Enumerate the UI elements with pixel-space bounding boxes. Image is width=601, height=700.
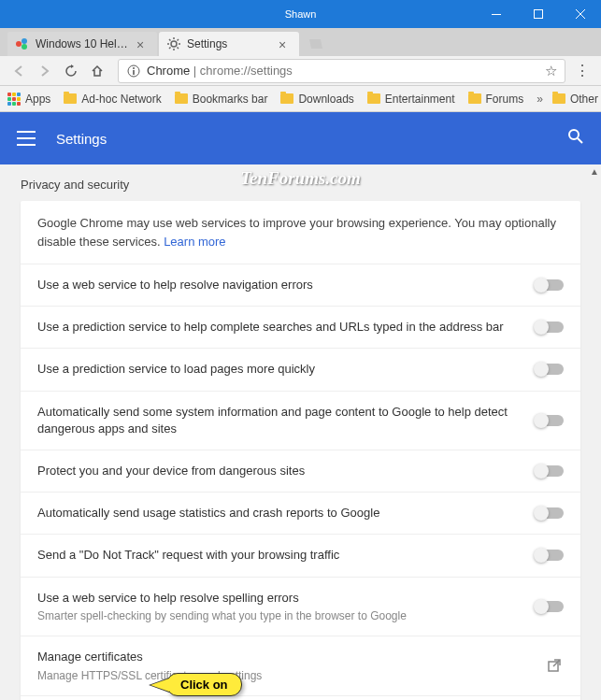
toggle-switch[interactable]: [536, 364, 564, 375]
search-icon: [567, 128, 584, 145]
tab-title: Windows 10 Help Forum…: [36, 37, 133, 50]
settings-row[interactable]: Content settingsControl what information…: [21, 696, 580, 700]
row-title: Use a web service to help resolve naviga…: [37, 277, 524, 293]
row-title: Use a web service to help resolve spelli…: [37, 590, 524, 607]
bookmark-folder[interactable]: Bookmarks bar: [175, 93, 268, 106]
bookmarks-overflow-button[interactable]: »: [537, 93, 543, 106]
svg-point-17: [569, 130, 579, 139]
row-title: Automatically send some system informati…: [37, 404, 524, 437]
svg-line-10: [169, 39, 171, 41]
tenforums-favicon-icon: [15, 36, 30, 51]
row-text: Automatically send some system informati…: [37, 404, 536, 437]
url-path: | chrome://settings: [190, 64, 293, 78]
forward-button[interactable]: [34, 60, 56, 82]
gear-icon: [166, 36, 181, 51]
svg-rect-16: [133, 70, 135, 75]
toggle-switch[interactable]: [536, 601, 564, 612]
settings-row: Protect you and your device from dangero…: [21, 450, 580, 493]
settings-search-button[interactable]: [567, 128, 584, 150]
new-tab-button[interactable]: [307, 35, 325, 53]
svg-line-13: [178, 39, 179, 41]
kebab-icon: ⋮: [575, 62, 590, 79]
row-title: Manage certificates: [37, 649, 536, 665]
annotation-callout: Click on: [166, 673, 242, 696]
settings-row: Use a prediction service to help complet…: [21, 307, 580, 349]
svg-rect-0: [492, 14, 501, 15]
row-text: Automatically send usage statistics and …: [37, 505, 536, 521]
menu-button[interactable]: [17, 131, 36, 146]
titlebar-username: Shawn: [285, 8, 317, 20]
intro-text: Google Chrome may use web services to im…: [21, 201, 580, 264]
svg-line-12: [169, 48, 171, 50]
new-tab-icon: [308, 36, 324, 51]
toggle-switch[interactable]: [536, 415, 564, 426]
folder-icon: [367, 93, 380, 104]
settings-row: Send a "Do Not Track" request with your …: [21, 535, 580, 577]
row-title: Use a prediction service to load pages m…: [37, 361, 524, 378]
svg-point-5: [171, 41, 177, 47]
row-text: Protect you and your device from dangero…: [37, 463, 536, 479]
home-icon: [91, 64, 104, 78]
row-title: Protect you and your device from dangero…: [37, 463, 524, 479]
toggle-switch[interactable]: [536, 550, 564, 561]
settings-card: Google Chrome may use web services to im…: [21, 201, 580, 700]
bookmark-star-button[interactable]: ☆: [545, 63, 557, 79]
row-text: Use a prediction service to load pages m…: [37, 361, 536, 378]
window-close-button[interactable]: [559, 0, 601, 28]
tab-close-button[interactable]: ×: [279, 37, 292, 50]
learn-more-link[interactable]: Learn more: [164, 235, 225, 249]
scroll-up-arrow[interactable]: ▲: [590, 166, 599, 177]
back-button[interactable]: [7, 60, 30, 82]
folder-icon: [175, 93, 188, 104]
svg-point-15: [133, 67, 135, 69]
maximize-icon: [534, 9, 543, 19]
svg-point-3: [21, 38, 27, 44]
tab-close-button[interactable]: ×: [136, 37, 150, 50]
tab-inactive[interactable]: Windows 10 Help Forum… ×: [7, 32, 157, 56]
page-content: Settings ▲ TenForums.com Privacy and sec…: [0, 112, 601, 700]
tab-strip: Windows 10 Help Forum… × Settings ×: [0, 28, 601, 56]
apps-grid-icon: [7, 93, 21, 106]
folder-icon: [468, 93, 481, 104]
page-title: Settings: [56, 131, 567, 147]
svg-line-18: [578, 138, 582, 143]
browser-toolbar: Chrome | chrome://settings ☆ ⋮: [0, 56, 601, 86]
apps-shortcut[interactable]: Apps: [7, 93, 50, 106]
svg-rect-1: [534, 10, 542, 19]
bookmark-folder[interactable]: Forums: [468, 93, 524, 106]
bookmark-folder[interactable]: Downloads: [280, 93, 353, 106]
settings-row: Use a web service to help resolve naviga…: [21, 264, 580, 307]
home-button[interactable]: [86, 60, 108, 82]
toggle-switch[interactable]: [536, 507, 564, 519]
row-title: Send a "Do Not Track" request with your …: [37, 547, 524, 564]
toggle-switch[interactable]: [536, 465, 564, 477]
tab-active[interactable]: Settings ×: [159, 32, 299, 56]
row-title: Use a prediction service to help complet…: [37, 319, 524, 336]
close-icon: [576, 9, 585, 19]
folder-icon: [64, 93, 77, 104]
bookmark-folder[interactable]: Ad-hoc Network: [64, 93, 161, 106]
row-text: Send a "Do Not Track" request with your …: [37, 547, 536, 564]
settings-appbar: Settings: [0, 112, 601, 164]
row-text: Use a web service to help resolve naviga…: [37, 277, 536, 293]
browser-menu-button[interactable]: ⋮: [571, 60, 594, 82]
window-maximize-button[interactable]: [517, 0, 559, 28]
window-titlebar: Shawn: [0, 0, 601, 28]
settings-row: Automatically send some system informati…: [21, 392, 580, 450]
external-link-icon: [547, 658, 564, 675]
toggle-switch[interactable]: [536, 321, 564, 333]
settings-row: Use a web service to help resolve spelli…: [21, 578, 580, 637]
settings-row[interactable]: Manage certificatesManage HTTPS/SSL cert…: [21, 636, 580, 696]
tab-title: Settings: [187, 37, 275, 50]
other-bookmarks-button[interactable]: Other bookmarks: [552, 93, 601, 106]
address-bar[interactable]: Chrome | chrome://settings ☆: [118, 59, 565, 83]
toggle-switch[interactable]: [536, 279, 564, 291]
reload-icon: [64, 64, 78, 78]
row-text: Use a prediction service to help complet…: [37, 319, 536, 336]
info-icon[interactable]: [126, 64, 141, 79]
window-minimize-button[interactable]: [475, 0, 517, 28]
bookmark-folder[interactable]: Entertainment: [367, 93, 455, 106]
svg-line-11: [178, 48, 179, 50]
reload-button[interactable]: [60, 60, 82, 82]
folder-icon: [280, 93, 293, 104]
